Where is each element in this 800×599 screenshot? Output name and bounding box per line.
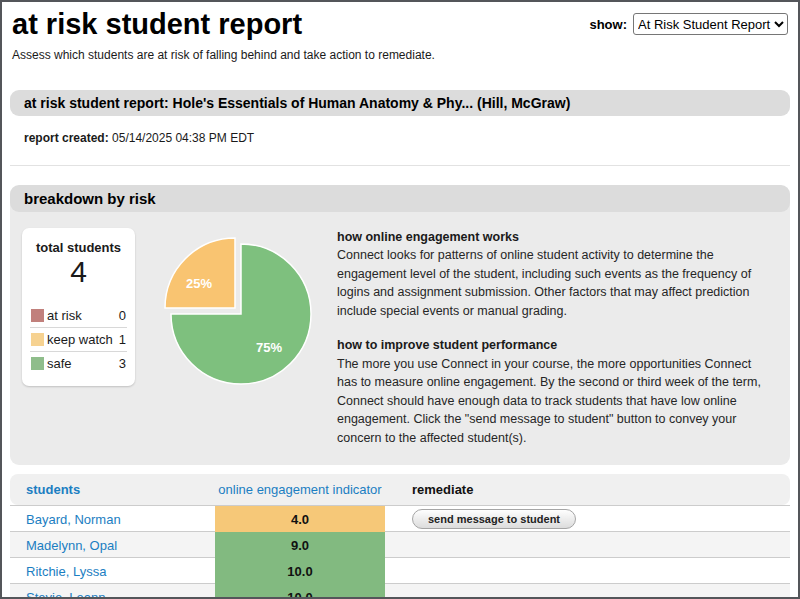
breakdown-section: breakdown by risk total students 4 at ri… [2, 185, 798, 466]
student-name-link[interactable]: Stevie, Leann [10, 590, 215, 599]
report-title-bar: at risk student report: Hole's Essential… [10, 90, 790, 116]
table-row: Ritchie, Lyssa 10.0 [10, 557, 790, 583]
report-created: report created: 05/14/2025 04:38 PM EDT [10, 116, 790, 166]
table-row: Stevie, Leann 10.0 [10, 583, 790, 599]
info-heading: how to improve student performance [337, 336, 774, 355]
student-name-link[interactable]: Madelynn, Opal [10, 538, 215, 553]
engagement-score-cell: 4.0 [215, 506, 385, 532]
engagement-score-cell: 10.0 [215, 584, 385, 599]
at-risk-report-page: at risk student report show: At Risk Stu… [0, 0, 800, 599]
legend-value: 0 [119, 308, 126, 323]
report-created-label: report created: [24, 131, 109, 145]
column-header-remediate: remediate [385, 482, 790, 497]
show-label: show: [589, 17, 627, 32]
breakdown-header-text: breakdown by risk [24, 190, 156, 207]
legend-item-safe: safe 3 [30, 351, 127, 375]
pie-label-safe: 75% [256, 340, 282, 355]
total-students-card: total students 4 at risk 0 keep watch 1 [22, 228, 135, 386]
legend-item-keep-watch: keep watch 1 [30, 327, 127, 351]
legend-value: 3 [119, 356, 126, 371]
info-body: Connect looks for patterns of online stu… [337, 246, 774, 320]
legend-label: keep watch [47, 332, 119, 347]
breakdown-header-bar: breakdown by risk [10, 185, 790, 212]
table-row: Madelynn, Opal 9.0 [10, 531, 790, 557]
pie-label-keep-watch: 25% [186, 276, 212, 291]
table-row: Bayard, Norman 4.0 send message to stude… [10, 505, 790, 531]
legend-value: 1 [119, 332, 126, 347]
breakdown-panel: total students 4 at risk 0 keep watch 1 [10, 202, 790, 466]
report-title-text: at risk student report: Hole's Essential… [24, 95, 570, 111]
info-block-improve: how to improve student performance The m… [337, 336, 774, 447]
report-type-select[interactable]: At Risk Student Report [633, 13, 788, 35]
keep-watch-swatch-icon [31, 333, 44, 346]
page-title: at risk student report [12, 9, 302, 41]
pie-slice-keep-watch [165, 238, 235, 308]
info-body: The more you use Connect in your course,… [337, 355, 774, 448]
student-name-link[interactable]: Ritchie, Lyssa [10, 564, 215, 579]
remediate-cell: send message to student [385, 509, 790, 529]
legend-label: at risk [47, 308, 119, 323]
column-header-students[interactable]: students [10, 482, 215, 497]
info-heading: how online engagement works [337, 228, 774, 247]
topbar: at risk student report show: At Risk Stu… [2, 2, 798, 41]
send-message-button[interactable]: send message to student [412, 509, 576, 529]
risk-pie-chart: 25% 75% [159, 232, 315, 392]
engagement-score-cell: 9.0 [215, 532, 385, 558]
legend-item-at-risk: at risk 0 [30, 304, 127, 327]
engagement-info: how online engagement works Connect look… [337, 228, 778, 448]
risk-legend: at risk 0 keep watch 1 safe 3 [30, 304, 127, 375]
info-block-engagement: how online engagement works Connect look… [337, 228, 774, 321]
student-name-link[interactable]: Bayard, Norman [10, 512, 215, 527]
legend-label: safe [47, 356, 119, 371]
show-report-control: show: At Risk Student Report [589, 13, 788, 35]
total-students-value: 4 [30, 255, 127, 288]
engagement-score-cell: 10.0 [215, 558, 385, 584]
students-table: students online engagement indicator rem… [10, 474, 790, 599]
report-header-section: at risk student report: Hole's Essential… [2, 90, 798, 166]
page-subtitle: Assess which students are at risk of fal… [2, 41, 798, 62]
total-students-label: total students [30, 240, 127, 255]
table-header-row: students online engagement indicator rem… [10, 474, 790, 505]
column-header-engagement-indicator[interactable]: online engagement indicator [215, 482, 385, 497]
safe-swatch-icon [31, 357, 44, 370]
report-created-value: 05/14/2025 04:38 PM EDT [112, 131, 254, 145]
at-risk-swatch-icon [31, 309, 44, 322]
